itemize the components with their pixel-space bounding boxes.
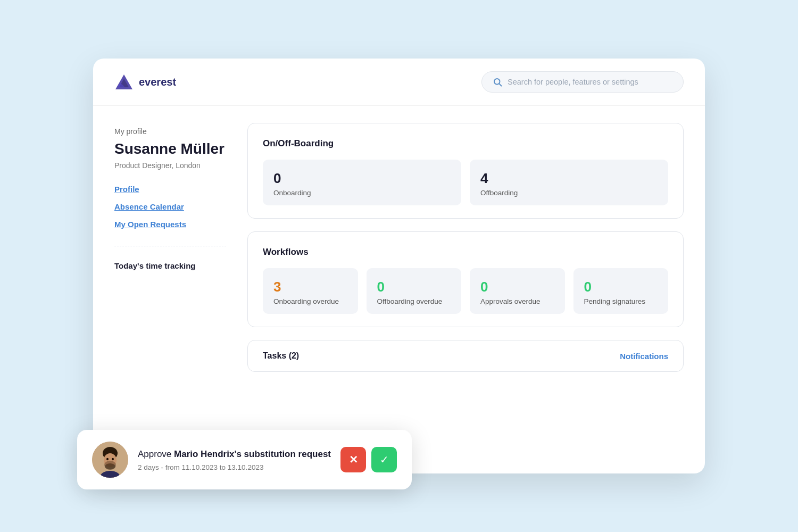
offboarding-label: Offboarding [480, 189, 658, 197]
workflows-number-2: 0 [480, 279, 554, 295]
avatar-svg [92, 442, 128, 478]
main-content: My profile Susanne Müller Product Design… [93, 106, 705, 389]
workflows-card: Workflows 3 Onboarding overdue 0 Offboar… [247, 231, 684, 327]
onboarding-stat: 0 Onboarding [263, 160, 461, 205]
nav-links: Profile Absence Calendar My Open Request… [114, 185, 226, 229]
logo-icon [114, 72, 134, 92]
workflows-stat-1: 0 Offboarding overdue [367, 268, 462, 314]
workflows-label-1: Offboarding overdue [377, 297, 451, 305]
workflows-stats-grid: 3 Onboarding overdue 0 Offboarding overd… [263, 268, 668, 314]
workflows-stat-0: 3 Onboarding overdue [263, 268, 358, 314]
notification-title-prefix: Approve [138, 449, 174, 459]
offboarding-stat: 4 Offboarding [470, 160, 668, 205]
svg-point-10 [112, 458, 114, 460]
workflows-label-3: Pending signatures [584, 297, 658, 305]
sidebar-divider [114, 246, 226, 246]
workflows-number-0: 3 [273, 279, 347, 295]
approve-button[interactable]: ✓ [371, 447, 397, 472]
svg-point-9 [106, 458, 109, 460]
nav-link-profile[interactable]: Profile [114, 185, 226, 194]
onboarding-card: On/Off-Boarding 0 Onboarding 4 Offboardi… [247, 123, 684, 219]
search-placeholder: Search for people, features or settings [508, 78, 638, 86]
app-window: everest Search for people, features or s… [93, 59, 705, 473]
offboarding-number: 4 [480, 170, 658, 187]
svg-point-11 [105, 463, 115, 470]
nav-link-absence-calendar[interactable]: Absence Calendar [114, 202, 226, 211]
workflows-label-2: Approvals overdue [480, 297, 554, 305]
app-name: everest [139, 76, 176, 88]
onboarding-stats-grid: 0 Onboarding 4 Offboarding [263, 160, 668, 205]
user-role: Product Designer, London [114, 161, 226, 170]
avatar [92, 442, 128, 478]
notification-title-bold: Mario Hendrix's substitution request [174, 449, 331, 459]
sidebar: My profile Susanne Müller Product Design… [93, 106, 247, 389]
content-area: On/Off-Boarding 0 Onboarding 4 Offboardi… [247, 106, 705, 389]
onboarding-label: Onboarding [273, 189, 451, 197]
header: everest Search for people, features or s… [93, 59, 705, 106]
workflows-number-1: 0 [377, 279, 451, 295]
reject-button[interactable]: ✕ [340, 447, 366, 472]
search-bar[interactable]: Search for people, features or settings [481, 71, 684, 93]
notifications-link[interactable]: Notifications [620, 352, 668, 361]
workflows-stat-3: 0 Pending signatures [573, 268, 669, 314]
notification-title: Approve Mario Hendrix's substitution req… [138, 448, 331, 461]
tasks-row: Tasks (2) Notifications [247, 340, 684, 372]
tasks-title: Tasks (2) [263, 351, 299, 361]
nav-link-my-open-requests[interactable]: My Open Requests [114, 220, 226, 229]
workflows-label-0: Onboarding overdue [273, 297, 347, 305]
search-icon [493, 77, 502, 87]
notification-subtitle: 2 days - from 11.10.2023 to 13.10.2023 [138, 463, 331, 471]
time-tracking-label: Today's time tracking [114, 261, 226, 270]
notification-actions: ✕ ✓ [340, 447, 397, 472]
user-name: Susanne Müller [114, 140, 226, 158]
notification-overlay: Approve Mario Hendrix's substitution req… [77, 430, 412, 489]
my-profile-label: My profile [114, 127, 226, 136]
workflows-number-3: 0 [584, 279, 658, 295]
logo-area: everest [114, 72, 176, 92]
workflows-card-title: Workflows [263, 247, 668, 257]
onboarding-card-title: On/Off-Boarding [263, 138, 668, 149]
workflows-stat-2: 0 Approvals overdue [470, 268, 565, 314]
notification-text: Approve Mario Hendrix's substitution req… [138, 448, 331, 471]
onboarding-number: 0 [273, 170, 451, 187]
svg-line-4 [499, 84, 501, 86]
